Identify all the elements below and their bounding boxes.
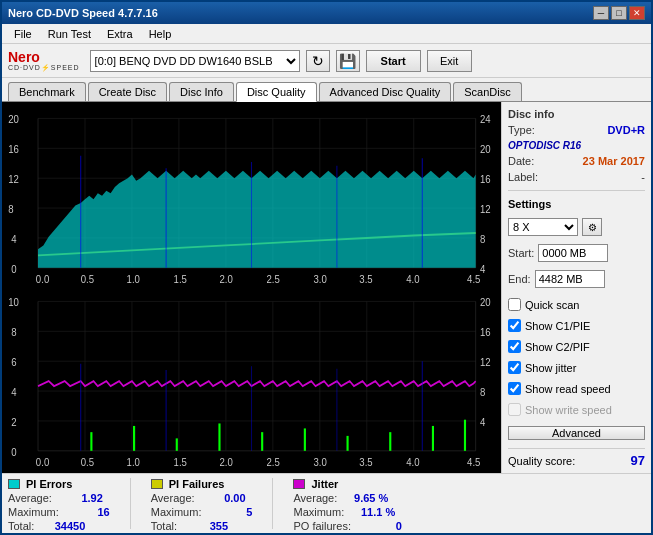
svg-text:12: 12 — [480, 203, 491, 215]
quick-scan-row: Quick scan — [508, 298, 645, 311]
pi-failures-total: Total: 355 — [151, 520, 253, 532]
disc-type-value: DVD+R — [607, 124, 645, 136]
svg-text:16: 16 — [480, 326, 491, 338]
advanced-button[interactable]: Advanced — [508, 426, 645, 440]
content-area: 20 16 12 8 4 0 24 20 16 12 8 4 0.0 0.5 — [2, 101, 651, 473]
drive-select-area: [0:0] BENQ DVD DD DW1640 BSLB — [90, 50, 300, 72]
pi-errors-total: Total: 34450 — [8, 520, 110, 532]
tab-disc-quality[interactable]: Disc Quality — [236, 82, 317, 102]
write-speed-label: Show write speed — [525, 404, 612, 416]
jitter-label: Show jitter — [525, 362, 576, 374]
svg-text:20: 20 — [480, 296, 491, 308]
jitter-stats: Jitter Average: 9.65 % Maximum: 11.1 % P… — [293, 478, 401, 529]
svg-text:0.5: 0.5 — [81, 273, 95, 285]
c2pif-checkbox[interactable] — [508, 340, 521, 353]
svg-text:3.0: 3.0 — [313, 456, 327, 468]
tabs-bar: Benchmark Create Disc Disc Info Disc Qua… — [2, 78, 651, 101]
refresh-icon-button[interactable]: ↻ — [306, 50, 330, 72]
svg-text:4.0: 4.0 — [406, 456, 420, 468]
svg-text:1.0: 1.0 — [127, 273, 141, 285]
nero-logo-top: Nero — [8, 50, 80, 64]
pi-errors-chart: 20 16 12 8 4 0 24 20 16 12 8 4 0.0 0.5 — [6, 106, 497, 287]
maximize-button[interactable]: □ — [611, 6, 627, 20]
disc-media-row: OPTODISC R16 — [508, 140, 645, 151]
menu-file[interactable]: File — [6, 26, 40, 41]
toolbar: Nero CD·DVD⚡SPEED [0:0] BENQ DVD DD DW16… — [2, 44, 651, 78]
svg-text:6: 6 — [11, 356, 17, 368]
svg-text:8: 8 — [480, 386, 486, 398]
jitter-title: Jitter — [293, 478, 401, 490]
menu-bar: File Run Test Extra Help — [2, 24, 651, 44]
svg-text:12: 12 — [480, 356, 491, 368]
minimize-button[interactable]: ─ — [593, 6, 609, 20]
svg-text:4.0: 4.0 — [406, 273, 420, 285]
pi-failures-color-box — [151, 479, 163, 489]
write-speed-checkbox[interactable] — [508, 403, 521, 416]
svg-text:4: 4 — [11, 233, 17, 245]
charts-area: 20 16 12 8 4 0 24 20 16 12 8 4 0.0 0.5 — [2, 102, 501, 473]
svg-text:1.5: 1.5 — [174, 273, 188, 285]
tab-disc-info[interactable]: Disc Info — [169, 82, 234, 101]
speed-row: 8 X ⚙ — [508, 218, 645, 236]
quick-scan-checkbox[interactable] — [508, 298, 521, 311]
main-window: Nero CD-DVD Speed 4.7.7.16 ─ □ ✕ File Ru… — [0, 0, 653, 535]
menu-help[interactable]: Help — [141, 26, 180, 41]
bottom-stats: PI Errors Average: 1.92 Maximum: 16 Tota… — [2, 473, 651, 533]
quality-score-value: 97 — [631, 453, 645, 468]
right-panel: Disc info Type: DVD+R OPTODISC R16 Date:… — [501, 102, 651, 473]
jitter-max: Maximum: 11.1 % — [293, 506, 401, 518]
drive-dropdown[interactable]: [0:0] BENQ DVD DD DW1640 BSLB — [90, 50, 300, 72]
title-bar: Nero CD-DVD Speed 4.7.7.16 ─ □ ✕ — [2, 2, 651, 24]
pi-failures-chart: 10 8 6 4 2 0 20 16 12 8 4 0.0 0.5 1.0 — [6, 289, 497, 470]
menu-extra[interactable]: Extra — [99, 26, 141, 41]
menu-run-test[interactable]: Run Test — [40, 26, 99, 41]
read-speed-checkbox[interactable] — [508, 382, 521, 395]
tab-advanced-disc-quality[interactable]: Advanced Disc Quality — [319, 82, 452, 101]
tab-benchmark[interactable]: Benchmark — [8, 82, 86, 101]
end-input[interactable] — [535, 270, 605, 288]
svg-text:1.0: 1.0 — [127, 456, 141, 468]
pi-errors-title: PI Errors — [8, 478, 110, 490]
jitter-checkbox[interactable] — [508, 361, 521, 374]
disc-label-label: Label: — [508, 171, 538, 183]
settings-icon-button[interactable]: ⚙ — [582, 218, 602, 236]
svg-text:20: 20 — [8, 114, 19, 126]
svg-text:0.5: 0.5 — [81, 456, 95, 468]
svg-text:1.5: 1.5 — [174, 456, 188, 468]
pi-errors-avg: Average: 1.92 — [8, 492, 110, 504]
pi-errors-stats: PI Errors Average: 1.92 Maximum: 16 Tota… — [8, 478, 110, 529]
close-button[interactable]: ✕ — [629, 6, 645, 20]
tab-create-disc[interactable]: Create Disc — [88, 82, 167, 101]
window-title: Nero CD-DVD Speed 4.7.7.16 — [8, 7, 158, 19]
svg-text:2.0: 2.0 — [219, 273, 233, 285]
svg-text:2.5: 2.5 — [266, 456, 280, 468]
jitter-row: Show jitter — [508, 361, 645, 374]
start-button[interactable]: Start — [366, 50, 421, 72]
c1pie-label: Show C1/PIE — [525, 320, 590, 332]
disc-type-label: Type: — [508, 124, 535, 136]
disc-type-row: Type: DVD+R — [508, 124, 645, 136]
svg-text:3.5: 3.5 — [359, 456, 373, 468]
disc-label-value: - — [641, 171, 645, 183]
svg-text:20: 20 — [480, 144, 491, 156]
svg-text:10: 10 — [8, 296, 19, 308]
svg-text:2.5: 2.5 — [266, 273, 280, 285]
exit-button[interactable]: Exit — [427, 50, 472, 72]
speed-dropdown[interactable]: 8 X — [508, 218, 578, 236]
divider-2 — [272, 478, 273, 529]
c2pif-label: Show C2/PIF — [525, 341, 590, 353]
start-mb-row: Start: — [508, 244, 645, 262]
svg-text:16: 16 — [480, 174, 491, 186]
c2pif-row: Show C2/PIF — [508, 340, 645, 353]
c1pie-checkbox[interactable] — [508, 319, 521, 332]
tab-scan-disc[interactable]: ScanDisc — [453, 82, 521, 101]
svg-text:4: 4 — [11, 386, 17, 398]
nero-logo: Nero CD·DVD⚡SPEED — [8, 50, 80, 71]
start-input[interactable] — [538, 244, 608, 262]
settings-title: Settings — [508, 198, 645, 210]
read-speed-label: Show read speed — [525, 383, 611, 395]
save-icon-button[interactable]: 💾 — [336, 50, 360, 72]
jitter-po: PO failures: 0 — [293, 520, 401, 532]
svg-text:16: 16 — [8, 144, 19, 156]
write-speed-row: Show write speed — [508, 403, 645, 416]
